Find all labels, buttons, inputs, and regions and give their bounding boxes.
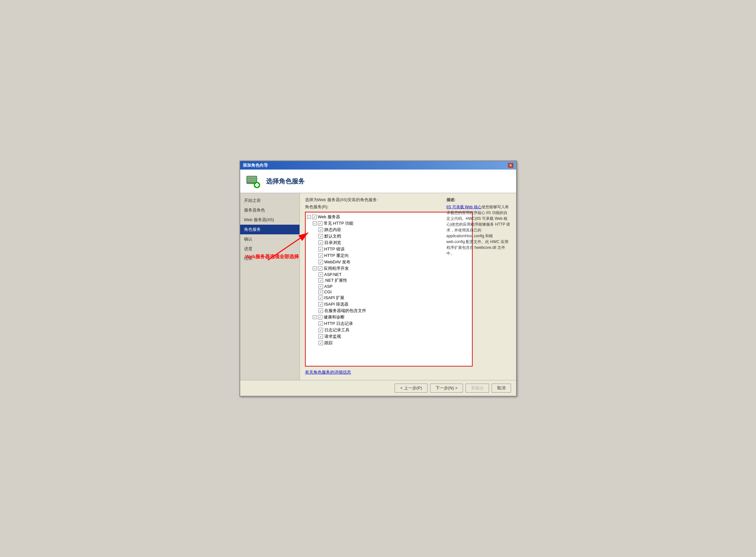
- item-label-common-http: 常见 HTTP 功能: [324, 221, 354, 226]
- checkbox-log-tools[interactable]: [319, 328, 323, 332]
- item-label-dir-browse: 目录浏览: [324, 240, 341, 245]
- sidebar-item-server-role[interactable]: 服务器角色: [240, 205, 299, 215]
- window-title: 添加角色向导: [243, 163, 268, 168]
- sidebar-item-before-start[interactable]: 开始之前: [240, 196, 299, 205]
- item-label-cgi: CGI: [324, 290, 332, 294]
- item-label-default-doc: 默认文档: [324, 233, 341, 239]
- checklist-item-webdav[interactable]: WebDAV 发布: [306, 259, 472, 265]
- collapse-btn-web-server-root[interactable]: −: [307, 215, 311, 219]
- sidebar-item-web-server[interactable]: Web 服务器(IIS): [240, 215, 299, 225]
- checkbox-tracing[interactable]: [319, 341, 323, 345]
- item-label-static-content: 静态内容: [324, 227, 341, 233]
- header-section: 选择角色服务: [240, 170, 516, 193]
- svg-rect-6: [255, 184, 259, 186]
- collapse-btn-health-diag[interactable]: −: [313, 315, 317, 319]
- description-panel: 描述: IIS 可承载 Web 核心使您能够写入将承载您的应用程序核心 IIS …: [446, 197, 511, 256]
- collapse-btn-app-dev[interactable]: −: [313, 267, 317, 270]
- main-panel: 选择为Web 服务器(IIS)安装的角色服务: 角色服务(R):: [300, 193, 516, 380]
- checkbox-server-side[interactable]: [319, 309, 323, 313]
- checkbox-default-doc[interactable]: [319, 234, 323, 238]
- back-button[interactable]: < 上一步(P): [395, 384, 428, 392]
- item-label-webdav: WebDAV 发布: [324, 259, 351, 265]
- checkbox-web-server-root[interactable]: [312, 215, 317, 219]
- role-service-detail-link[interactable]: 有关角色服务的详细信息: [305, 370, 511, 375]
- checkbox-http-log[interactable]: [319, 321, 323, 326]
- checkbox-webdav[interactable]: [319, 260, 323, 264]
- sidebar-item-role-services[interactable]: 角色服务: [240, 225, 299, 234]
- checkbox-asp[interactable]: [319, 284, 323, 289]
- item-label-server-side: 在服务器端的包含文件: [324, 308, 366, 314]
- svg-rect-2: [247, 179, 256, 180]
- checkbox-health-diag[interactable]: [318, 315, 322, 319]
- next-button[interactable]: 下一步(N) >: [430, 384, 463, 392]
- item-label-app-dev: 应用程序开发: [324, 266, 349, 271]
- item-label-asp: ASP: [324, 284, 333, 289]
- checkbox-req-monitor[interactable]: [319, 334, 323, 339]
- sidebar-item-progress[interactable]: 进度: [240, 244, 299, 254]
- checklist-item-aspnet[interactable]: ASP.NET: [306, 272, 472, 277]
- checklist-item-server-side[interactable]: 在服务器端的包含文件: [306, 307, 472, 314]
- item-label-http-redirect: HTTP 重定向: [324, 253, 349, 259]
- checkbox-isapi-filter[interactable]: [319, 302, 323, 306]
- checkbox-static-content[interactable]: [319, 228, 323, 232]
- install-button[interactable]: 安装(I): [466, 384, 489, 392]
- checkbox-http-errors[interactable]: [319, 247, 323, 252]
- checkbox-common-http[interactable]: [318, 221, 322, 226]
- main-window: 添加角色向导 ✕ 选择角色服务 开始之前服务器角色Web 服务器(IIS)角色服…: [239, 160, 517, 397]
- close-button[interactable]: ✕: [508, 163, 514, 168]
- header-icon: [245, 173, 261, 189]
- checklist-item-cgi[interactable]: CGI: [306, 289, 472, 295]
- description-title: 描述:: [446, 197, 511, 203]
- sidebar: 开始之前服务器角色Web 服务器(IIS)角色服务确认进度结果: [240, 193, 300, 380]
- item-label-net-ext: .NET 扩展性: [324, 277, 348, 283]
- checkbox-isapi-ext[interactable]: [319, 296, 323, 300]
- item-label-http-log: HTTP 日志记录: [324, 321, 353, 326]
- collapse-btn-common-http[interactable]: −: [313, 222, 317, 225]
- item-label-aspnet: ASP.NET: [324, 272, 342, 277]
- checklist-item-http-log[interactable]: HTTP 日志记录: [306, 320, 472, 327]
- checklist-item-req-monitor[interactable]: 请求监视: [306, 333, 472, 340]
- checklist-item-app-dev[interactable]: −应用程序开发: [306, 265, 472, 272]
- item-label-tracing: 跟踪: [324, 340, 333, 346]
- item-label-web-server-root: Web 服务器: [318, 214, 340, 220]
- checklist-item-log-tools[interactable]: 日志记录工具: [306, 327, 472, 333]
- checklist-item-health-diag[interactable]: −健康和诊断: [306, 314, 472, 320]
- checkbox-aspnet[interactable]: [319, 272, 323, 277]
- header-title: 选择角色服务: [266, 177, 304, 186]
- checklist-item-isapi-filter[interactable]: ISAPI 筛选器: [306, 301, 472, 307]
- checkbox-http-redirect[interactable]: [319, 253, 323, 258]
- checklist-item-isapi-ext[interactable]: ISAPI 扩展: [306, 295, 472, 301]
- annotation-text: Web服务器选项全部选择: [245, 254, 299, 260]
- checkbox-dir-browse[interactable]: [319, 240, 323, 245]
- description-body: 使您能够写入将承载您的应用程序核心 IIS 功能的自定义代码。HWC(IIS 可…: [446, 205, 510, 256]
- svg-rect-3: [247, 180, 256, 182]
- item-label-isapi-filter: ISAPI 筛选器: [324, 301, 349, 307]
- checklist-item-asp[interactable]: ASP: [306, 284, 472, 289]
- checkbox-app-dev[interactable]: [318, 266, 322, 271]
- content-area: 开始之前服务器角色Web 服务器(IIS)角色服务确认进度结果 选择为Web 服…: [240, 193, 516, 380]
- item-label-isapi-ext: ISAPI 扩展: [324, 295, 345, 301]
- item-label-http-errors: HTTP 错误: [324, 246, 345, 252]
- item-label-req-monitor: 请求监视: [324, 333, 341, 340]
- title-bar: 添加角色向导 ✕: [240, 161, 516, 170]
- svg-rect-1: [247, 177, 256, 178]
- item-label-health-diag: 健康和诊断: [324, 314, 345, 320]
- sidebar-item-confirm[interactable]: 确认: [240, 234, 299, 244]
- checkbox-cgi[interactable]: [319, 290, 323, 294]
- description-link[interactable]: IIS 可承载 Web 核心: [446, 205, 482, 209]
- checklist-item-tracing[interactable]: 跟踪: [306, 340, 472, 346]
- footer-panel: < 上一步(P) 下一步(N) > 安装(I) 取消: [240, 380, 516, 396]
- checkbox-net-ext[interactable]: [319, 278, 323, 283]
- item-label-log-tools: 日志记录工具: [324, 327, 349, 333]
- checklist-item-net-ext[interactable]: .NET 扩展性: [306, 277, 472, 284]
- cancel-button[interactable]: 取消: [492, 384, 511, 392]
